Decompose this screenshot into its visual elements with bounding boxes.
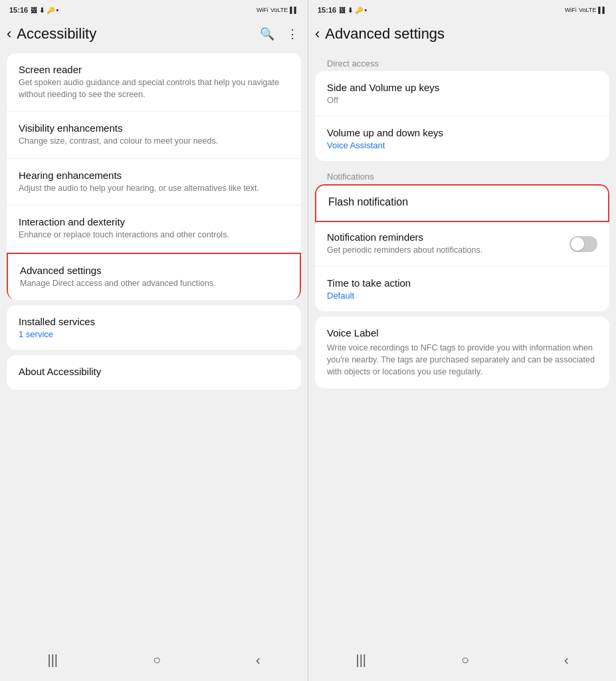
right-back-icon[interactable]: ‹ xyxy=(315,25,320,43)
voice-label-item[interactable]: Voice Label Write voice recordings to NF… xyxy=(315,317,609,388)
advanced-settings-item[interactable]: Advanced settings Manage Direct access a… xyxy=(7,253,301,301)
side-volume-keys-item[interactable]: Side and Volume up keys Off xyxy=(315,71,609,116)
about-accessibility-title: About Accessibility xyxy=(19,366,289,377)
right-time: 15:16 🖼 ⬇ 🔑 • xyxy=(318,6,367,14)
notification-reminders-text: Notification reminders Get periodic remi… xyxy=(327,231,482,257)
visibility-title: Visibility enhancements xyxy=(19,122,289,134)
flash-notification-item[interactable]: Flash notification xyxy=(315,184,609,222)
left-title-area: ‹ Accessibility xyxy=(7,25,96,43)
screen-reader-desc: Get spoken audio guidance and special co… xyxy=(19,77,289,100)
left-scroll-content: Screen reader Get spoken audio guidance … xyxy=(0,49,308,644)
notifications-label: Notifications xyxy=(315,166,609,184)
advanced-desc: Manage Direct access and other advanced … xyxy=(20,278,288,290)
time-to-action-sub: Default xyxy=(327,291,597,301)
interaction-item[interactable]: Interaction and dexterity Enhance or rep… xyxy=(7,205,301,253)
notification-reminders-toggle[interactable] xyxy=(569,236,597,252)
right-status-bar: 15:16 🖼 ⬇ 🔑 • WiFi VoLTE ▌▌ xyxy=(308,0,616,19)
hearing-desc: Adjust the audio to help your hearing, o… xyxy=(19,183,289,195)
visibility-desc: Change size, contrast, and colour to mee… xyxy=(19,136,289,148)
notifications-section: Notifications Flash notification Notific… xyxy=(315,166,609,311)
installed-services-title: Installed services xyxy=(19,316,289,327)
right-nav-bar: ||| ○ ‹ xyxy=(308,644,616,681)
hearing-item[interactable]: Hearing enhancements Adjust the audio to… xyxy=(7,159,301,206)
direct-access-section: Direct access Side and Volume up keys Of… xyxy=(315,53,609,161)
side-keys-sub: Off xyxy=(327,95,597,105)
right-page-title: Advanced settings xyxy=(325,25,445,43)
right-top-bar: ‹ Advanced settings xyxy=(308,19,616,49)
volume-keys-sub: Voice Assistant xyxy=(327,140,597,150)
search-icon[interactable]: 🔍 xyxy=(260,27,274,41)
screen-reader-item[interactable]: Screen reader Get spoken audio guidance … xyxy=(7,53,301,112)
left-status-bar: 15:16 🖼 ⬇ 🔑 • WiFi VoLTE ▌▌ xyxy=(0,0,308,19)
screen-reader-title: Screen reader xyxy=(19,64,289,75)
voice-label-desc: Write voice recordings to NFC tags to pr… xyxy=(327,342,597,378)
left-time: 15:16 🖼 ⬇ 🔑 • xyxy=(9,6,58,14)
volume-keys-item[interactable]: Volume up and down keys Voice Assistant xyxy=(315,116,609,161)
notifications-card: Flash notification Notification reminder… xyxy=(315,184,609,311)
visibility-item[interactable]: Visibility enhancements Change size, con… xyxy=(7,112,301,159)
installed-services-sub: 1 service xyxy=(19,329,289,339)
right-nav-menu[interactable]: ||| xyxy=(356,652,366,668)
interaction-title: Interaction and dexterity xyxy=(19,216,289,227)
right-nav-back[interactable]: ‹ xyxy=(564,652,569,668)
interaction-desc: Enhance or replace touch interactions an… xyxy=(19,229,289,241)
notification-reminders-title: Notification reminders xyxy=(327,231,482,243)
left-back-icon[interactable]: ‹ xyxy=(7,25,11,43)
volume-keys-title: Volume up and down keys xyxy=(327,127,597,138)
hearing-title: Hearing enhancements xyxy=(19,170,289,181)
right-scroll-content: Direct access Side and Volume up keys Of… xyxy=(308,49,616,644)
time-to-action-title: Time to take action xyxy=(327,277,597,289)
right-title-area: ‹ Advanced settings xyxy=(315,25,445,43)
left-nav-home[interactable]: ○ xyxy=(153,652,161,668)
installed-services-item[interactable]: Installed services 1 service xyxy=(7,305,301,350)
notification-reminders-item[interactable]: Notification reminders Get periodic remi… xyxy=(315,222,609,267)
left-nav-bar: ||| ○ ‹ xyxy=(0,644,308,681)
left-panel: 15:16 🖼 ⬇ 🔑 • WiFi VoLTE ▌▌ ‹ Accessibil… xyxy=(0,0,308,681)
side-keys-title: Side and Volume up keys xyxy=(327,82,597,93)
direct-access-label: Direct access xyxy=(315,53,609,71)
left-status-icons: WiFi VoLTE ▌▌ xyxy=(257,7,298,13)
about-accessibility-item[interactable]: About Accessibility xyxy=(7,355,301,390)
left-nav-menu[interactable]: ||| xyxy=(47,652,58,668)
left-page-title: Accessibility xyxy=(17,25,96,43)
main-settings-card: Screen reader Get spoken audio guidance … xyxy=(7,53,301,300)
more-options-icon[interactable]: ⋮ xyxy=(286,27,298,41)
right-nav-home[interactable]: ○ xyxy=(461,652,469,668)
right-panel: 15:16 🖼 ⬇ 🔑 • WiFi VoLTE ▌▌ ‹ Advanced s… xyxy=(308,0,616,681)
left-toolbar-icons: 🔍 ⋮ xyxy=(260,27,298,41)
right-status-icons: WiFi VoLTE ▌▌ xyxy=(565,7,607,13)
left-nav-back[interactable]: ‹ xyxy=(256,652,260,668)
direct-access-card: Side and Volume up keys Off Volume up an… xyxy=(315,71,609,161)
flash-notification-title: Flash notification xyxy=(328,196,596,208)
time-to-action-item[interactable]: Time to take action Default xyxy=(315,267,609,311)
voice-label-title: Voice Label xyxy=(327,327,597,339)
advanced-title: Advanced settings xyxy=(20,265,288,276)
notification-reminders-desc: Get periodic reminders about notificatio… xyxy=(327,245,482,257)
left-top-bar: ‹ Accessibility 🔍 ⋮ xyxy=(0,19,308,49)
